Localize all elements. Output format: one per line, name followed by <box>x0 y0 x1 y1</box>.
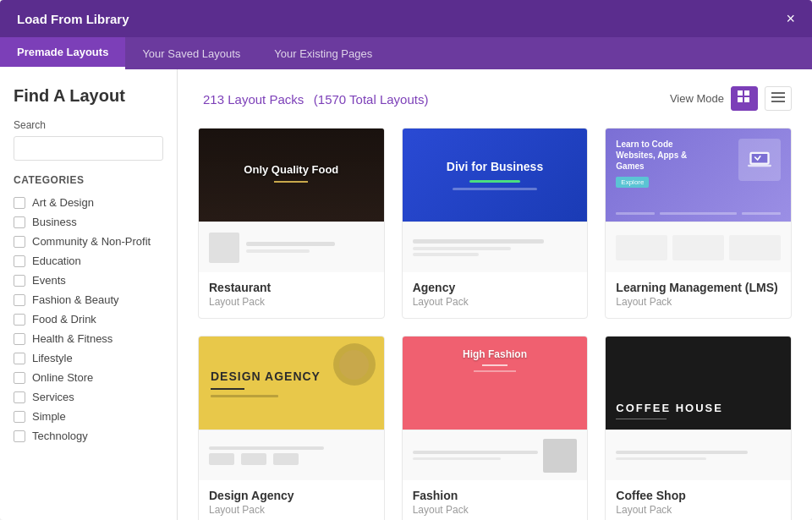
fashion-card-name: Fashion <box>413 489 578 502</box>
fashion-card-type: Layout Pack <box>413 504 578 516</box>
layout-card-restaurant[interactable]: Only Quality Food <box>198 128 385 319</box>
layout-card-design-agency[interactable]: DESIGN AGENCY <box>198 336 385 520</box>
category-label-simple: Simple <box>32 410 66 423</box>
svg-rect-2 <box>738 97 743 102</box>
sidebar: Find A Layout Search Categories Art & De… <box>0 69 178 520</box>
coffee-shop-card-name: Coffee Shop <box>616 489 781 502</box>
lms-card-bottom <box>606 222 791 272</box>
card-preview-fashion: High Fashion <box>403 337 588 430</box>
category-item-business[interactable]: Business <box>14 212 163 232</box>
agency-card-bottom <box>403 222 588 272</box>
grid-icon <box>738 90 751 104</box>
coffee-shop-card-bottom <box>606 430 791 480</box>
category-checkbox-art-design[interactable] <box>14 197 25 209</box>
laptop-icon <box>748 148 771 172</box>
restaurant-card-bottom <box>199 222 384 272</box>
modal-title: Load From Library <box>17 12 129 26</box>
card-preview-lms: Learn to Code Websites, Apps & Games Exp… <box>606 129 791 222</box>
view-mode-controls: View Mode <box>670 86 792 111</box>
svg-rect-6 <box>771 101 785 102</box>
category-checkbox-online-store[interactable] <box>14 372 25 384</box>
grid-view-button[interactable] <box>731 86 758 111</box>
search-input[interactable] <box>14 136 163 161</box>
agency-card-name: Agency <box>413 281 578 294</box>
category-checkbox-lifestyle[interactable] <box>14 353 25 364</box>
layout-count: 213 Layout Packs (1570 Total Layouts) <box>198 89 428 108</box>
restaurant-card-type: Layout Pack <box>209 296 374 308</box>
sidebar-title: Find A Layout <box>14 86 163 106</box>
lms-card-name: Learning Management (LMS) <box>616 281 781 294</box>
category-item-technology[interactable]: Technology <box>14 426 163 446</box>
agency-overlay-text: Divi for Business <box>447 160 543 173</box>
category-label-health-fitness: Health & Fitness <box>32 332 112 345</box>
category-label-online-store: Online Store <box>32 371 93 384</box>
close-button[interactable]: × <box>786 11 795 26</box>
category-item-online-store[interactable]: Online Store <box>14 368 163 387</box>
category-checkbox-business[interactable] <box>14 216 25 228</box>
layouts-grid: Only Quality Food <box>198 128 792 520</box>
category-checkbox-health-fitness[interactable] <box>14 333 25 345</box>
layout-card-fashion[interactable]: High Fashion <box>402 336 589 520</box>
total-layouts: (1570 Total Layouts) <box>314 92 429 107</box>
category-checkbox-fashion-beauty[interactable] <box>14 294 25 306</box>
main-content: 213 Layout Packs (1570 Total Layouts) Vi… <box>178 69 812 520</box>
category-item-art-design[interactable]: Art & Design <box>14 193 163 212</box>
category-item-fashion-beauty[interactable]: Fashion & Beauty <box>14 290 163 309</box>
agency-card-info: Agency Layout Pack <box>403 272 588 318</box>
fashion-card-bottom <box>403 430 588 480</box>
category-item-simple[interactable]: Simple <box>14 407 163 426</box>
coffee-overlay-text: COFFEE HOUSE <box>616 402 723 414</box>
svg-rect-3 <box>744 97 749 102</box>
category-item-lifestyle[interactable]: Lifestyle <box>14 348 163 368</box>
category-label-food-drink: Food & Drink <box>32 313 96 326</box>
lms-card-info: Learning Management (LMS) Layout Pack <box>606 272 791 318</box>
category-checkbox-community[interactable] <box>14 236 25 248</box>
fashion-overlay-text: High Fashion <box>463 348 527 360</box>
content-header: 213 Layout Packs (1570 Total Layouts) Vi… <box>198 86 792 111</box>
category-label-lifestyle: Lifestyle <box>32 352 73 364</box>
design-agency-card-info: Design Agency Layout Pack <box>199 480 384 520</box>
category-item-community[interactable]: Community & Non-Profit <box>14 232 163 251</box>
design-agency-card-bottom <box>199 430 384 480</box>
tab-existing-pages[interactable]: Your Existing Pages <box>257 37 389 69</box>
card-preview-agency: Divi for Business <box>403 129 588 222</box>
search-label: Search <box>14 119 163 131</box>
category-item-events[interactable]: Events <box>14 271 163 290</box>
category-checkbox-simple[interactable] <box>14 411 25 423</box>
category-item-food-drink[interactable]: Food & Drink <box>14 309 163 329</box>
svg-rect-9 <box>748 165 771 167</box>
category-checkbox-services[interactable] <box>14 391 25 403</box>
view-mode-label: View Mode <box>670 92 724 105</box>
category-checkbox-technology[interactable] <box>14 430 25 442</box>
svg-rect-0 <box>738 90 743 96</box>
fashion-card-info: Fashion Layout Pack <box>403 480 588 520</box>
tab-saved-layouts[interactable]: Your Saved Layouts <box>125 37 257 69</box>
lms-overlay-text: Learn to Code Websites, Apps & Games <box>616 139 700 172</box>
category-label-technology: Technology <box>32 430 88 442</box>
category-list: Art & Design Business Community & Non-Pr… <box>14 193 163 446</box>
category-checkbox-education[interactable] <box>14 255 25 267</box>
agency-card-type: Layout Pack <box>413 296 578 308</box>
card-preview-coffee-shop: COFFEE HOUSE <box>606 337 791 430</box>
svg-rect-4 <box>771 92 785 94</box>
category-item-education[interactable]: Education <box>14 251 163 271</box>
category-item-services[interactable]: Services <box>14 387 163 407</box>
category-label-fashion-beauty: Fashion & Beauty <box>32 293 119 306</box>
coffee-shop-card-type: Layout Pack <box>616 504 781 516</box>
restaurant-overlay-text: Only Quality Food <box>244 163 338 176</box>
layout-card-lms[interactable]: Learn to Code Websites, Apps & Games Exp… <box>605 128 792 319</box>
layout-card-agency[interactable]: Divi for Business Agency <box>402 128 589 319</box>
restaurant-card-info: Restaurant Layout Pack <box>199 272 384 318</box>
category-checkbox-events[interactable] <box>14 275 25 287</box>
tab-premade-layouts[interactable]: Premade Layouts <box>0 37 125 69</box>
design-agency-card-type: Layout Pack <box>209 504 374 516</box>
card-preview-restaurant: Only Quality Food <box>199 129 384 222</box>
layout-card-coffee-shop[interactable]: COFFEE HOUSE Coffee Shop Layout Pack <box>605 336 792 520</box>
card-preview-design-agency: DESIGN AGENCY <box>199 337 384 430</box>
svg-rect-1 <box>744 90 749 96</box>
category-item-health-fitness[interactable]: Health & Fitness <box>14 329 163 348</box>
category-label-business: Business <box>32 216 77 228</box>
lms-card-type: Layout Pack <box>616 296 781 308</box>
list-view-button[interactable] <box>765 86 792 111</box>
category-checkbox-food-drink[interactable] <box>14 314 25 326</box>
